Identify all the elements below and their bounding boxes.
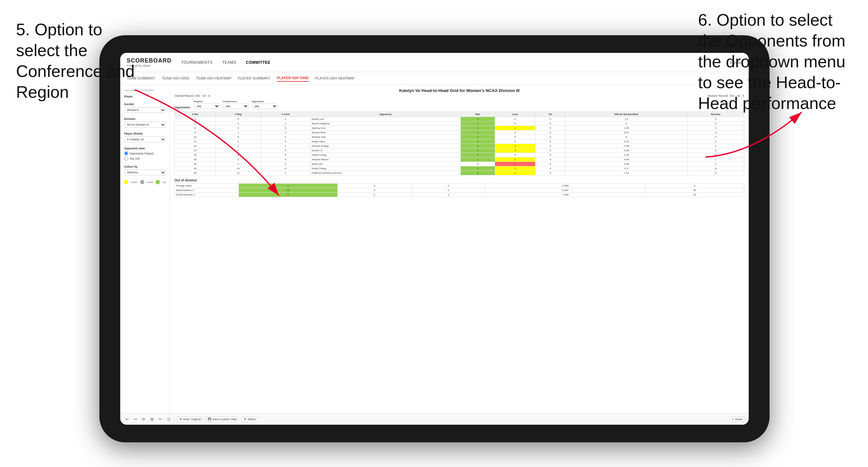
- th-reg: # Reg: [216, 112, 261, 117]
- cell-loss: 0: [495, 135, 535, 139]
- ood-loss: 0: [337, 193, 411, 197]
- tablet-screen: SCOREBOARD Powered by clippd TOURNAMENTS…: [120, 53, 749, 425]
- cell-rounds: 11: [687, 166, 744, 171]
- cell-diff: 3.33: [565, 139, 687, 144]
- circle-level-label: Level: [147, 181, 153, 184]
- nav-tournaments[interactable]: TOURNAMENTS: [181, 59, 213, 66]
- cell-conf: 5: [261, 139, 310, 144]
- tablet-frame: SCOREBOARD Powered by clippd TOURNAMENTS…: [99, 35, 770, 442]
- ood-diff: 7.400: [486, 193, 646, 197]
- cell-diff: 4: [565, 135, 687, 139]
- toolbar-icon-4[interactable]: ⊞: [149, 416, 155, 422]
- cell-tie: 0: [535, 144, 565, 148]
- undo-icon[interactable]: ↩: [124, 416, 130, 422]
- redo-icon[interactable]: ↪: [132, 416, 138, 422]
- player-rank-select[interactable]: 8. Katelyn Vo: [124, 136, 166, 142]
- cell-div: 19: [175, 166, 216, 171]
- cell-reg: 3: [216, 126, 261, 130]
- player-rank-label: Player (Rank): [124, 132, 166, 135]
- cell-rounds: 3: [687, 130, 744, 135]
- cell-tie: 0: [535, 148, 565, 153]
- page-title: Katelyn Vo Head-to-Head Grid for Women's…: [175, 88, 744, 93]
- out-of-division-title: Out of division: [175, 179, 744, 182]
- cell-diff: 1.33: [565, 171, 687, 175]
- tab-player-h2h-grid[interactable]: PLAYER H2H GRID: [277, 75, 309, 82]
- colour-by-select[interactable]: Win/loss: [124, 169, 166, 175]
- ood-loss: 0: [337, 184, 411, 188]
- cell-opponent: Sharon Mun: [310, 130, 461, 135]
- cell-loss: 0: [495, 122, 535, 126]
- cell-rounds: 4: [687, 135, 744, 139]
- toolbar-icon-6[interactable]: ◷: [166, 416, 172, 422]
- tab-team-h2h-heatmap[interactable]: TEAM H2H HEATMAP: [196, 75, 231, 82]
- table-row: 6 3 3 Sydney Kuo 1 1 0 -1.00 3: [175, 126, 744, 130]
- th-tie: Tie: [535, 112, 565, 117]
- conference-select[interactable]: (All): [223, 103, 248, 109]
- table-row: 20 11 7 Federica Domecq Lacroze 2 1 0 1.…: [175, 171, 744, 175]
- circle-down: [124, 180, 128, 184]
- cell-conf: 3: [261, 126, 310, 130]
- cell-diff: 0.38: [565, 148, 687, 153]
- radio-opponents-played[interactable]: Opponents Played: [124, 151, 166, 155]
- cell-reg: 3: [216, 117, 261, 122]
- cell-win: 1: [461, 126, 495, 130]
- cell-opponent: Jessica Mason: [310, 157, 461, 162]
- ood-name: NCAA Division 2: [175, 193, 239, 197]
- cell-opponent: Sydney Kuo: [310, 126, 461, 130]
- radio-top100[interactable]: Top 100: [124, 156, 166, 161]
- division-select[interactable]: NCAA Division III: [124, 122, 166, 128]
- overall-record: Overall Record: 353 - 34 - 6: [175, 94, 210, 97]
- region-select[interactable]: (All): [194, 103, 220, 109]
- cell-div: 3: [175, 117, 216, 122]
- circle-up-label: Up: [162, 181, 166, 184]
- nav-committee[interactable]: COMMITTEE: [246, 59, 271, 66]
- gender-select[interactable]: Women's: [124, 107, 166, 113]
- cell-reg: 11: [216, 171, 261, 175]
- ood-tie: 0: [411, 184, 486, 188]
- cell-loss: 1: [495, 126, 535, 130]
- conference-label: Conference: [223, 100, 248, 103]
- cell-loss: 0: [495, 153, 535, 157]
- cell-div: 14: [175, 148, 216, 153]
- ood-table-row: Foreign Team 1 0 0 4.500 2: [175, 184, 744, 188]
- toolbar-icon-5[interactable]: ✂: [157, 416, 163, 422]
- table-row: 18 2 2 Euna Lee 0 2 0 -5.00 2: [175, 162, 744, 166]
- division-label: Division: [124, 117, 166, 121]
- table-row: 15 8 5 Stella Cheng 1 0 0 1.25 4: [175, 153, 744, 157]
- cell-tie: 0: [535, 130, 565, 135]
- ood-diff: 4.500: [486, 184, 646, 188]
- cell-conf: 4: [261, 130, 310, 135]
- cell-win: 0: [461, 162, 495, 166]
- tab-player-summary[interactable]: PLAYER SUMMARY: [238, 75, 271, 82]
- view-original-btn[interactable]: 👁 View: Original: [177, 417, 203, 422]
- region-label: Region: [194, 100, 220, 103]
- opponent-view-radio: Opponents Played Top 100: [124, 151, 166, 161]
- save-icon: 💾: [208, 418, 211, 421]
- ood-tie: 0: [411, 193, 486, 197]
- ood-name: Foreign Team: [175, 184, 239, 188]
- cell-rounds: 2: [687, 162, 744, 166]
- cell-opponent: Emily Chang: [310, 166, 461, 171]
- conference-filter: Conference (All): [223, 100, 248, 109]
- th-win: Win: [461, 112, 495, 117]
- toolbar-icon-3[interactable]: ⟳: [141, 416, 147, 422]
- cell-win: 1: [461, 122, 495, 126]
- save-custom-view-btn[interactable]: 💾 Save Custom View: [206, 417, 239, 422]
- cell-div: 16: [175, 157, 216, 162]
- th-diff: Diff Av Strokes/Rnd: [565, 112, 687, 117]
- tab-player-h2h-heatmap[interactable]: PLAYER H2H HEATMAP: [315, 75, 354, 82]
- share-btn[interactable]: ↗ Share: [729, 417, 745, 422]
- watch-btn[interactable]: 👁 Watch: [242, 417, 258, 422]
- cell-rounds: 7: [687, 157, 744, 162]
- table-row: 9 1 4 Sharon Mun 1 0 0 3.67 3: [175, 130, 744, 135]
- nav-teams[interactable]: TEAMS: [222, 59, 236, 66]
- opponent-view-label: Opponent view: [124, 147, 166, 150]
- cell-reg: 2: [216, 139, 261, 144]
- cell-conf: 2: [261, 122, 310, 126]
- opponent-select[interactable]: (All): [252, 103, 277, 109]
- gender-section: Gender Women's: [124, 102, 166, 113]
- cell-div: 18: [175, 162, 216, 166]
- ood-rounds: 10: [646, 193, 744, 197]
- tab-team-h2h-grid[interactable]: TEAM H2H GRID: [162, 75, 189, 82]
- right-content: Katelyn Vo Head-to-Head Grid for Women's…: [170, 85, 749, 413]
